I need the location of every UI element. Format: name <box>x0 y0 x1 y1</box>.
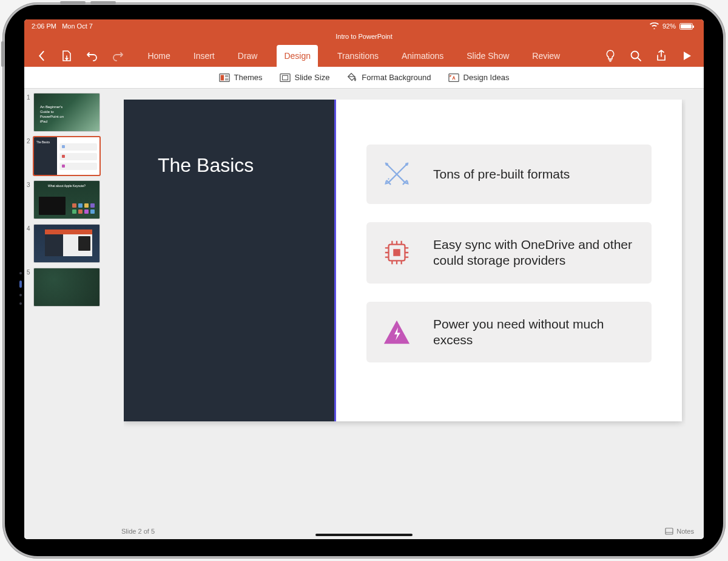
notes-icon <box>665 528 673 535</box>
svg-point-9 <box>405 163 408 166</box>
feature-text-2: Easy sync with OneDrive and other could … <box>433 237 636 269</box>
undo-button[interactable] <box>86 50 98 62</box>
ribbon-tabs: Home Insert Draw Design Transitions Anim… <box>144 45 564 67</box>
present-button[interactable] <box>681 50 693 62</box>
svg-rect-3 <box>224 75 228 77</box>
status-date: Mon Oct 7 <box>62 22 93 30</box>
themes-button[interactable]: Themes <box>219 72 263 83</box>
slide-thumbnail-4[interactable] <box>34 225 99 262</box>
format-background-button[interactable]: Format Background <box>346 72 431 83</box>
thumb-text: An Beginner's Guide to PowerPoint on iPa… <box>40 104 64 124</box>
document-title: Intro to PowerPoint <box>24 33 704 45</box>
feature-card-2[interactable]: Easy sync with OneDrive and other could … <box>366 222 652 284</box>
slide[interactable]: The Basics Tons of pre-built formats <box>124 100 682 421</box>
tab-transitions[interactable]: Transitions <box>334 45 382 67</box>
slide-title-panel[interactable]: The Basics <box>124 100 336 421</box>
tab-home[interactable]: Home <box>144 45 174 67</box>
slide-thumbnail-1[interactable]: An Beginner's Guide to PowerPoint on iPa… <box>34 93 99 131</box>
design-ideas-icon <box>448 72 459 83</box>
ribbon-header: Home Insert Draw Design Transitions Anim… <box>24 45 704 67</box>
svg-rect-7 <box>448 73 458 81</box>
hw-connector-dots <box>19 272 22 305</box>
slide-size-label: Slide Size <box>295 73 330 82</box>
paint-bucket-icon <box>346 72 357 83</box>
slide-title: The Basics <box>158 154 254 176</box>
home-indicator[interactable] <box>315 534 413 536</box>
slide-thumbnail-3[interactable]: What about Apple Keynote? <box>34 181 99 219</box>
slide-canvas-area[interactable]: The Basics Tons of pre-built formats <box>112 89 704 539</box>
slide-position: Slide 2 of 5 <box>121 528 155 535</box>
back-button[interactable] <box>35 50 47 62</box>
chip-icon <box>382 237 411 268</box>
redo-button[interactable] <box>112 50 124 62</box>
tab-insert[interactable]: Insert <box>190 45 218 67</box>
status-bar: 2:06 PM Mon Oct 7 92% <box>24 19 704 33</box>
slide-thumbnail-2[interactable]: The Basics <box>34 137 99 175</box>
feature-card-1[interactable]: Tons of pre-built formats <box>366 144 652 204</box>
notes-label: Notes <box>676 528 694 535</box>
svg-rect-6 <box>282 75 288 80</box>
lightbulb-button[interactable] <box>604 50 616 62</box>
thumb-number: 1 <box>27 93 34 131</box>
themes-icon <box>219 72 230 83</box>
design-ideas-label: Design Ideas <box>463 73 510 82</box>
status-time: 2:06 PM <box>32 22 56 30</box>
svg-rect-5 <box>280 73 289 81</box>
slide-thumbnail-5[interactable] <box>34 268 99 306</box>
thumb-number: 2 <box>27 137 34 175</box>
workspace: 1 An Beginner's Guide to PowerPoint on i… <box>24 89 704 539</box>
slide-thumbnail-rail[interactable]: 1 An Beginner's Guide to PowerPoint on i… <box>24 89 112 539</box>
editor-footer: Slide 2 of 5 Notes <box>112 523 704 539</box>
svg-point-8 <box>385 163 388 166</box>
thumb-number: 5 <box>27 268 34 306</box>
slide-size-icon <box>280 72 291 83</box>
format-background-label: Format Background <box>362 73 431 82</box>
share-button[interactable] <box>655 50 667 62</box>
design-sub-ribbon: Themes Slide Size Format Background <box>24 67 704 89</box>
svg-rect-4 <box>224 78 228 80</box>
hw-button <box>90 1 116 4</box>
file-menu-button[interactable] <box>61 50 73 62</box>
feature-text-1: Tons of pre-built formats <box>433 166 570 182</box>
tab-animations[interactable]: Animations <box>398 45 447 67</box>
battery-icon <box>679 23 693 30</box>
feature-text-3: Power you need without much excess <box>433 316 636 348</box>
tab-design[interactable]: Design <box>277 45 318 67</box>
slide-size-button[interactable]: Slide Size <box>280 72 330 83</box>
battery-pct: 92% <box>662 22 676 30</box>
hw-button <box>1 41 4 67</box>
ipad-hardware-frame: 2:06 PM Mon Oct 7 92% Intro to PowerPoin… <box>2 2 726 559</box>
tab-draw[interactable]: Draw <box>234 45 261 67</box>
tab-review[interactable]: Review <box>528 45 564 67</box>
warning-bolt-icon <box>382 318 411 347</box>
hw-button <box>60 1 86 4</box>
swords-icon <box>382 159 411 189</box>
feature-card-3[interactable]: Power you need without much excess <box>366 302 652 363</box>
svg-rect-11 <box>393 249 400 256</box>
themes-label: Themes <box>234 73 263 82</box>
design-ideas-button[interactable]: Design Ideas <box>448 72 510 83</box>
tab-slideshow[interactable]: Slide Show <box>463 45 513 67</box>
thumb-number: 4 <box>27 225 34 262</box>
thumb-number: 3 <box>27 181 34 219</box>
search-button[interactable] <box>630 50 642 62</box>
svg-rect-12 <box>666 528 673 534</box>
wifi-icon <box>650 22 659 30</box>
notes-toggle[interactable]: Notes <box>665 528 694 535</box>
svg-rect-2 <box>220 75 223 80</box>
